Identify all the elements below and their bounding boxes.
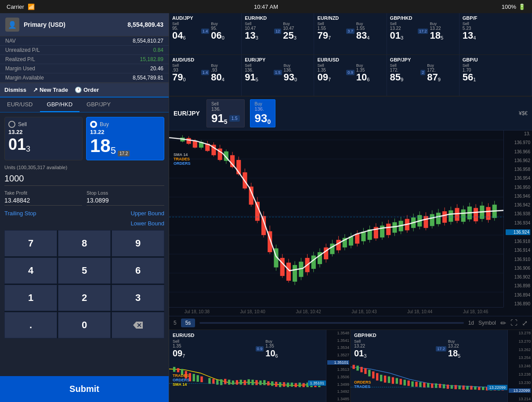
chart-buy-big: 93 <box>255 112 268 125</box>
main-container: 👤 Primary (USD) 8,554,809.43 NAV 8,554,8… <box>0 13 532 402</box>
chart-sell-sup: 5 <box>224 118 228 125</box>
eurusd-overlay-price: 1.35101 <box>308 380 326 386</box>
svg-rect-183 <box>470 386 472 389</box>
svg-rect-145 <box>295 383 297 387</box>
margin-available-value: 8,554,789.81 <box>133 75 163 81</box>
upper-bound-link[interactable]: Upper Bound <box>130 210 164 217</box>
stat-margin-used: Margin Used 20.46 <box>0 64 169 73</box>
pencil-icon[interactable]: ✏ <box>500 319 506 327</box>
tab-bar: EUR/USD GBP/HKD GBP/JPY <box>0 98 169 112</box>
svg-rect-37 <box>255 202 260 221</box>
stat-nav: NAV 8,554,810.27 <box>0 36 169 46</box>
tab-gbphkd[interactable]: GBP/HKD <box>40 98 80 112</box>
nav-value: 8,554,810.27 <box>133 38 163 44</box>
currency-card-eurjpy[interactable]: EUR/JPY Sell 136. 915 1.5 Buy 136. <box>242 55 314 96</box>
svg-rect-181 <box>462 385 464 389</box>
mini-gbphkd-title: GBP/HKD <box>354 333 376 338</box>
submit-button[interactable]: Submit <box>0 376 169 402</box>
tab-eurusd[interactable]: EUR/USD <box>0 98 40 112</box>
currency-card-eurusd[interactable]: EUR/USD Sell 1.35 097 0.9 Buy 1.35 <box>314 55 387 96</box>
trailing-stop-link[interactable]: Trailing Stop <box>4 210 36 217</box>
chart-buy-box[interactable]: Buy 136. 93 0 <box>250 99 276 127</box>
num-2[interactable]: 2 <box>58 285 111 311</box>
take-profit-label: Take Profit <box>4 190 82 196</box>
account-balance: 8,554,809.43 <box>127 21 163 28</box>
buy-label: Buy <box>100 121 109 127</box>
tab-gbpjpy[interactable]: GBP/JPY <box>80 98 118 112</box>
stat-realized: Realized P/L 15,182.89 <box>0 55 169 64</box>
sell-option[interactable]: Sell 13.22 01 3 <box>4 117 83 160</box>
num-3[interactable]: 3 <box>112 285 164 311</box>
svg-rect-123 <box>208 378 210 384</box>
sell-price-small: 13.22 <box>8 129 79 135</box>
units-input[interactable] <box>4 172 164 186</box>
svg-rect-130 <box>236 380 238 384</box>
svg-marker-0 <box>133 322 143 329</box>
currency-card-gbpu[interactable]: GBP/U Sell 1.70 561 <box>460 55 532 96</box>
num-0[interactable]: 0 <box>58 312 111 338</box>
status-bar-left: Carrier 📶 <box>7 4 35 10</box>
svg-rect-121 <box>196 375 199 382</box>
currency-card-gbpjpy[interactable]: GBP/JPY Sell 172. 859 2 Buy 172. <box>387 55 460 96</box>
chart-sell-box[interactable]: Sell 136. 91 5 1.5 <box>206 99 245 127</box>
dismiss-label: Dismiss <box>4 87 26 93</box>
battery-label: 100% <box>502 4 516 10</box>
order-button[interactable]: 🕐 Order <box>75 87 99 93</box>
num-1[interactable]: 1 <box>4 285 57 311</box>
lower-bound-link[interactable]: Lower Bound <box>130 220 164 227</box>
dismiss-button[interactable]: Dismiss <box>4 87 26 93</box>
svg-rect-159 <box>376 373 378 380</box>
timeframe-button[interactable]: 5s <box>181 319 195 327</box>
order-label: Order <box>83 87 99 93</box>
currency-card-gbphkd-top[interactable]: GBP/HKD Sell 13.22 013 17.2 Buy 13.2 <box>387 13 460 54</box>
svg-rect-144 <box>291 383 293 387</box>
toolbar-num: 5 <box>174 320 177 326</box>
num-4[interactable]: 4 <box>4 257 57 284</box>
svg-rect-69 <box>355 234 359 244</box>
stop-loss-value[interactable]: 13.0899 <box>87 197 164 206</box>
currency-row-1: AUD/JPY Sell 95. 046 1.4 Buy 95. <box>169 13 532 55</box>
symbol-label[interactable]: Symbol <box>478 320 496 326</box>
num-8[interactable]: 8 <box>58 230 111 257</box>
currency-card-eurhkd[interactable]: EUR/HKD Sell 10.47 133 12 Buy 10.47 <box>242 13 314 54</box>
mini-eurusd-chart: 1.35101 <box>169 361 326 402</box>
take-profit-value[interactable]: 13.48842 <box>4 197 82 206</box>
currency-card-audjpy[interactable]: AUD/JPY Sell 95. 046 1.4 Buy 95. <box>169 13 242 54</box>
stop-loss-label: Stop Loss <box>87 190 164 196</box>
buy-option[interactable]: Buy 13.22 18 5 17.2 <box>86 117 164 160</box>
link-row-2: Lower Bound <box>4 220 164 227</box>
account-stats: NAV 8,554,810.27 Unrealized P/L 0.84 Rea… <box>0 36 169 83</box>
svg-rect-184 <box>474 386 476 390</box>
chart-canvas: SMA 14 TRADES ORDERS 13. 136.970 136.966… <box>169 130 532 316</box>
num-dot[interactable]: . <box>4 312 57 338</box>
new-trade-button[interactable]: ↗ New Trade <box>33 87 68 93</box>
currency-switcher[interactable]: ¥$€ <box>519 110 528 116</box>
currency-card-gbpf[interactable]: GBP/F Sell 5.23 134 <box>460 13 532 54</box>
gbphkd-price-axis: 13.278 13.270 13.262 13.254 13.246 13.23… <box>507 330 532 402</box>
num-5[interactable]: 5 <box>58 257 111 284</box>
num-6[interactable]: 6 <box>112 257 164 284</box>
sell-radio[interactable] <box>8 121 15 128</box>
currency-card-audusd[interactable]: AUD/USD Sell .93 790 1.4 Buy .93 <box>169 55 242 96</box>
buy-radio[interactable] <box>90 121 97 128</box>
currency-card-eurnzd[interactable]: EUR/NZD Sell 1.55 797 3.7 Buy 1.55 <box>314 13 387 54</box>
num-9[interactable]: 9 <box>112 230 164 257</box>
num-7[interactable]: 7 <box>4 230 57 257</box>
svg-rect-125 <box>216 380 218 384</box>
link-row-1: Trailing Stop Upper Bound <box>4 210 164 217</box>
expand-icon[interactable]: ⛶ <box>510 319 518 327</box>
svg-rect-170 <box>419 382 421 387</box>
timeframe-slider[interactable] <box>199 322 463 324</box>
svg-rect-47 <box>286 263 291 281</box>
svg-rect-131 <box>240 380 242 384</box>
svg-rect-15 <box>187 138 191 144</box>
chart-toolbar: 5 5s 1d Symbol ✏ ⛶ ⤢ <box>169 316 532 330</box>
chart-pair-title: EUR/JPY <box>174 110 200 117</box>
sell-price-big: 01 <box>8 135 26 154</box>
svg-rect-115 <box>173 367 175 372</box>
tp-sl-row: Take Profit 13.48842 Stop Loss 13.0899 <box>4 190 164 206</box>
status-bar-right: 100% 🔋 <box>502 4 525 10</box>
period-label[interactable]: 1d <box>468 320 474 326</box>
fullscreen-icon[interactable]: ⤢ <box>522 319 528 327</box>
backspace-button[interactable] <box>112 312 164 338</box>
